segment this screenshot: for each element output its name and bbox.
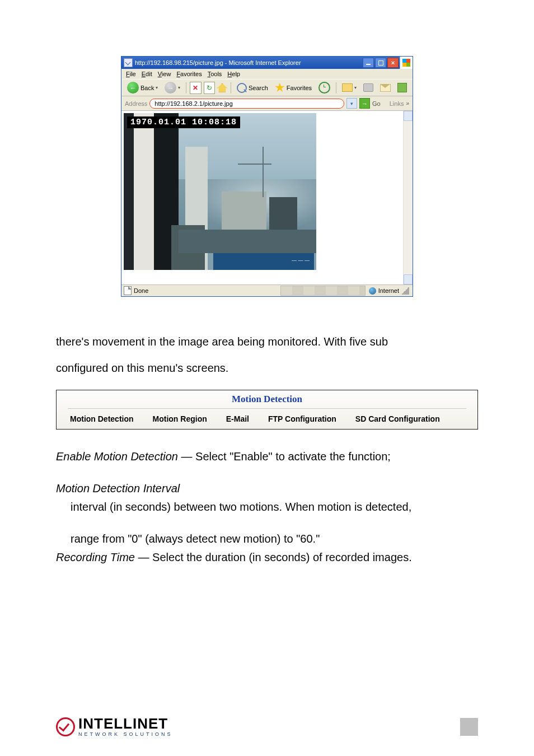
status-zone: Internet	[378, 287, 399, 294]
ie-titlebar: http://192.168.98.215/picture.jpg - Micr…	[121, 57, 400, 69]
menu-favorites[interactable]: Favorites	[176, 71, 202, 77]
status-progress	[280, 286, 366, 296]
status-done: Done	[134, 287, 148, 294]
menu-help[interactable]: Help	[227, 71, 240, 77]
motion-detection-panel: Motion Detection Motion Detection Motion…	[56, 390, 478, 430]
logo-word: INTELLINET	[78, 716, 173, 731]
panel-tabs: Motion Detection Motion Region E-Mail FT…	[57, 409, 477, 429]
tab-sd-card-configuration[interactable]: SD Card Configuration	[355, 414, 440, 423]
chevron-down-icon: ▾	[156, 85, 158, 90]
tab-motion-detection[interactable]: Motion Detection	[70, 414, 134, 423]
mail-icon	[380, 84, 391, 92]
logo-subtitle: NETWORK SOLUTIONS	[78, 732, 173, 737]
vertical-scrollbar[interactable]	[403, 111, 413, 284]
back-button[interactable]: Back ▾	[125, 81, 160, 94]
tab-motion-region[interactable]: Motion Region	[153, 414, 207, 423]
window-close-button[interactable]: ×	[387, 58, 399, 68]
ie-statusbar: Done Internet	[121, 284, 413, 296]
separator	[186, 82, 186, 94]
brand-logo: INTELLINET NETWORK SOLUTIONS	[56, 716, 173, 737]
panel-heading: Motion Detection	[57, 390, 477, 406]
resize-grip-icon	[401, 287, 409, 295]
printer-icon	[363, 83, 373, 92]
paragraph-block: Motion Detection Interval interval (in s…	[56, 480, 478, 566]
page-number-block	[460, 718, 478, 736]
camera-snapshot: — — — 1970.01.01 10:08:18	[124, 113, 316, 270]
separator	[336, 82, 336, 94]
address-value: http://192.168.2.1/picture.jpg	[154, 100, 232, 107]
ie-viewport: — — — 1970.01.01 10:08:18	[121, 111, 413, 284]
menu-tools[interactable]: Tools	[208, 71, 222, 77]
ie-menubar: File Edit View Favorites Tools Help	[121, 69, 413, 79]
print-button[interactable]	[361, 83, 376, 92]
menu-edit[interactable]: Edit	[142, 71, 152, 77]
back-icon	[127, 82, 139, 94]
folders-button[interactable]: ▾	[340, 83, 359, 92]
search-icon	[237, 83, 247, 93]
window-minimize-button[interactable]	[363, 58, 374, 68]
page-footer: INTELLINET NETWORK SOLUTIONS	[0, 716, 534, 737]
separator	[231, 82, 231, 94]
home-icon	[217, 83, 227, 92]
paragraph: there's movement in the image area being…	[56, 330, 478, 353]
logo-mark-icon	[56, 717, 75, 736]
refresh-button[interactable]: ↻	[204, 82, 215, 94]
snapshot-timestamp: 1970.01.01 10:08:18	[127, 116, 240, 128]
puzzle-icon	[397, 83, 407, 92]
history-icon	[318, 82, 330, 94]
ie-title-text: http://192.168.98.215/picture.jpg - Micr…	[135, 59, 363, 66]
go-button[interactable]: →	[359, 98, 370, 109]
menu-view[interactable]: View	[158, 71, 171, 77]
paragraph: Enable Motion Detection — Select "Enable…	[56, 445, 478, 468]
history-button[interactable]	[316, 81, 332, 94]
window-maximize-button[interactable]	[375, 58, 386, 68]
address-input[interactable]: http://192.168.2.1/picture.jpg	[149, 99, 344, 109]
ie-addressbar: Address http://192.168.2.1/picture.jpg ▾…	[121, 96, 413, 111]
ie-brand-icon	[400, 57, 413, 69]
links-chevron-icon[interactable]: »	[406, 100, 409, 106]
star-icon	[275, 83, 285, 93]
extras-button[interactable]	[395, 82, 409, 93]
search-button[interactable]: Search	[235, 82, 270, 94]
tab-ftp-configuration[interactable]: FTP Configuration	[268, 414, 336, 423]
ie-toolbar: Back ▾ ▾ ✕ ↻ Search Favorites ▾	[121, 79, 413, 96]
favorites-button[interactable]: Favorites	[273, 82, 314, 94]
menu-file[interactable]: File	[126, 71, 136, 77]
home-button[interactable]	[217, 82, 227, 94]
paragraph: configured on this menu's screens.	[56, 357, 478, 380]
forward-icon	[165, 82, 176, 94]
mail-button[interactable]	[378, 83, 393, 92]
ie-app-icon	[124, 58, 133, 67]
go-label: Go	[372, 100, 381, 107]
chevron-down-icon: ▾	[178, 85, 180, 90]
folder-icon	[342, 83, 353, 92]
address-dropdown-button[interactable]: ▾	[346, 98, 357, 109]
ie-window: http://192.168.98.215/picture.jpg - Micr…	[121, 56, 413, 297]
page-icon	[124, 286, 132, 295]
tab-email[interactable]: E-Mail	[226, 414, 249, 423]
forward-button[interactable]: ▾	[162, 81, 182, 94]
globe-icon	[369, 287, 376, 295]
stop-button[interactable]: ✕	[190, 82, 201, 94]
address-label: Address	[125, 100, 147, 107]
links-label: Links	[390, 100, 404, 107]
